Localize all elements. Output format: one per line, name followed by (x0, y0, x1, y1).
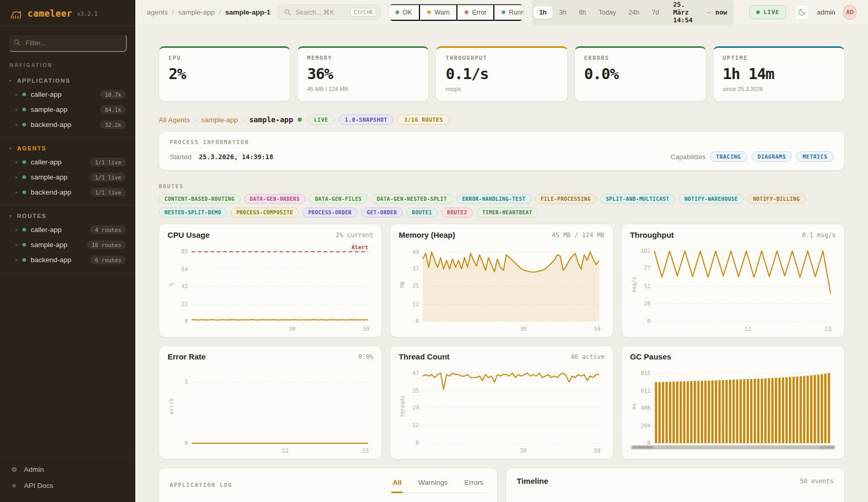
sidebar-section-header-agents[interactable]: ▾AGENTS (5, 142, 130, 155)
metric-card-throughput: THROUGHPUT0.1/smsg/s (436, 46, 567, 101)
route-chip-route1[interactable]: ROUTE1 (406, 208, 438, 217)
avatar[interactable]: AD (843, 5, 857, 20)
sidebar-item-applications-sample-app[interactable]: ▸sample-app84.1k (5, 102, 130, 117)
sidebar-section-agents: ▾AGENTS▸caller-app1/1 live▸sample-app1/1… (0, 138, 135, 205)
timeline-panel: Timeline 50 events (506, 468, 845, 502)
time-range-24h[interactable]: 24h (623, 6, 645, 19)
chart-header: Memory (Heap)45 MB / 124 MB (399, 230, 604, 239)
topbar: agents / sample-app / sample-app-1 Ctrl+… (135, 0, 868, 24)
route-chip-notify-warehouse[interactable]: NOTIFY-WAREHOUSE (679, 194, 744, 204)
time-range-today[interactable]: Today (593, 6, 621, 19)
chart-canvas-throughput: 02651771021223msg/s (630, 241, 836, 334)
sidebar-item-label: backend-app (31, 188, 71, 196)
route-chip-split-and-multicast[interactable]: SPLIT-AND-MULTICAST (600, 194, 675, 204)
status-dot-warn (427, 10, 431, 14)
svg-text:408: 408 (641, 405, 650, 411)
live-badge: LIVE (749, 5, 786, 19)
route-chip-file-processing[interactable]: FILE-PROCESSING (535, 194, 596, 204)
sidebar-item-agents-backend-app[interactable]: ▸backend-app1/1 live (5, 185, 130, 200)
sidebar-item-label: sample-app (31, 241, 68, 249)
search-box[interactable]: Ctrl+K (278, 5, 380, 20)
status-filter-warn[interactable]: Warn (420, 4, 457, 21)
sidebar-section-header-applications[interactable]: ▾APPLICATIONS (5, 74, 130, 87)
svg-text:85: 85 (182, 248, 188, 254)
gear-icon: ⚙ (10, 466, 18, 473)
sidebar-item-routes-sample-app[interactable]: ▸sample-app16 routes (5, 237, 130, 252)
time-range-3h[interactable]: 3h (554, 6, 572, 19)
svg-text:49: 49 (413, 249, 419, 255)
chevron-right-icon: ▸ (16, 190, 18, 195)
sidebar-item-badge: 16 routes (87, 240, 126, 249)
route-chip-content-based-routing[interactable]: CONTENT-BASED-ROUTING (159, 194, 240, 204)
sidebar-item-applications-caller-app[interactable]: ▸caller-app10.7k (5, 87, 130, 102)
log-tab-all[interactable]: All (391, 477, 402, 493)
sidebar-item-agents-sample-app[interactable]: ▸sample-app1/1 live (5, 170, 130, 185)
route-chip-data-gen-orders[interactable]: DATA-GEN-ORDERS (244, 194, 305, 204)
started-value: 25.3.2026, 14:39:18 (199, 153, 273, 161)
sidebar-item-label: sample-app (31, 106, 68, 113)
breadcrumb-agents[interactable]: agents (147, 8, 168, 16)
route-chip-error-handling-test[interactable]: ERROR-HANDLING-TEST (456, 194, 531, 204)
svg-text:0: 0 (416, 440, 419, 446)
status-filter-ok[interactable]: OK (389, 4, 420, 21)
agent-status-dot (298, 118, 302, 122)
agent-badge-live: LIVE (308, 114, 334, 125)
time-range-1h[interactable]: 1h (533, 6, 553, 19)
sidebar-section-header-routes[interactable]: ▾ROUTES (5, 210, 130, 222)
breadcrumb-sample-app[interactable]: sample-app (178, 8, 215, 16)
time-display-now: now (716, 8, 727, 16)
capability-badges: TRACINGDIAGRAMSMETRICS (710, 151, 834, 162)
route-chip-notify-billing[interactable]: NOTIFY-BILLING (747, 194, 806, 204)
sidebar-sections: ▾APPLICATIONS▸caller-app10.7k▸sample-app… (0, 70, 135, 273)
chart-title: CPU Usage (168, 230, 210, 239)
svg-text:26: 26 (644, 300, 650, 306)
route-chips: CONTENT-BASED-ROUTINGDATA-GEN-ORDERSDATA… (159, 194, 845, 217)
route-chip-get-order[interactable]: GET-ORDER (361, 208, 403, 217)
sidebar-footer-admin[interactable]: ⚙Admin (10, 461, 125, 478)
metric-value: 1h 14m (723, 65, 835, 83)
svg-text:35: 35 (413, 388, 419, 394)
svg-text:59: 59 (594, 447, 601, 454)
sidebar: cameleer v3.2.1 NAVIGATION ▾APPLICATIONS… (0, 0, 135, 502)
route-chip-process-order[interactable]: PROCESS-ORDER (302, 208, 357, 217)
log-tab-errors[interactable]: Errors (463, 477, 484, 493)
breadcrumb: agents / sample-app / sample-app-1 (147, 8, 271, 16)
chart-header: Throughput0.1 msg/s (630, 230, 836, 239)
sidebar-item-routes-backend-app[interactable]: ▸backend-app6 routes (5, 252, 130, 267)
status-filter-running[interactable]: Running (494, 4, 524, 21)
svg-text:0: 0 (647, 318, 650, 325)
route-chip-process-composite[interactable]: PROCESS-COMPOSITE (231, 208, 299, 217)
time-display-date: 25. März 14:54 (673, 1, 702, 24)
breadcrumb-current: sample-app-1 (225, 8, 271, 16)
sidebar-item-label: sample-app (31, 173, 68, 181)
metric-label: UPTIME (723, 55, 835, 61)
svg-text:21: 21 (182, 301, 188, 307)
route-chip-timer-heartbeat[interactable]: TIMER-HEARTBEAT (477, 208, 538, 217)
time-range-7d[interactable]: 7d (646, 6, 665, 19)
svg-text:msg/s: msg/s (631, 277, 637, 292)
chart-title: Throughput (630, 230, 674, 239)
chart-memory-heap: Memory (Heap)45 MB / 124 MB0122537493059… (390, 224, 613, 338)
metric-value: 0.1/s (445, 65, 557, 83)
route-chip-data-gen-files[interactable]: DATA-GEN-FILES (309, 194, 367, 204)
camel-logo-icon (9, 7, 23, 20)
route-chip-data-gen-nested-split[interactable]: DATA-GEN-NESTED-SPLIT (371, 194, 453, 204)
route-chip-nested-split-demo[interactable]: NESTED-SPLIT-DEMO (159, 208, 227, 217)
status-filter-error[interactable]: Error (457, 4, 494, 21)
status-dot-error (465, 10, 468, 14)
sidebar-item-routes-caller-app[interactable]: ▸caller-app4 routes (5, 222, 130, 237)
chevron-right-icon: ▸ (16, 258, 18, 262)
sidebar-footer-api-docs[interactable]: ≡API Docs (10, 478, 125, 494)
search-input[interactable] (295, 8, 347, 17)
sidebar-filter-input[interactable] (8, 34, 127, 52)
sidebar-item-applications-backend-app[interactable]: ▸backend-app32.2k (5, 117, 130, 132)
theme-toggle-button[interactable] (794, 5, 809, 20)
agent-link-sample-app[interactable]: sample-app (201, 116, 238, 124)
log-tab-warnings[interactable]: Warnings (417, 477, 449, 493)
agent-separator: › (242, 117, 245, 123)
time-range-6h[interactable]: 6h (573, 6, 592, 19)
breadcrumb-separator: / (219, 8, 221, 16)
agent-link-all-agents[interactable]: All Agents (159, 116, 190, 124)
sidebar-item-agents-caller-app[interactable]: ▸caller-app1/1 live (5, 155, 130, 170)
route-chip-route2[interactable]: ROUTE2 (441, 208, 473, 217)
